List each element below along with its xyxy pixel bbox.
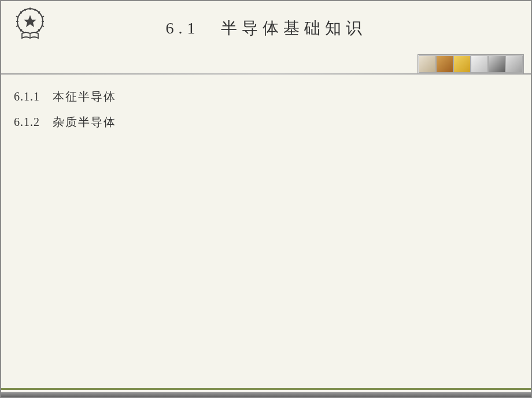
toc-number: 6.1.1 <box>14 90 40 103</box>
toc-entry: 6.1.2 杂质半导体 <box>14 110 116 133</box>
decorative-tile-icon <box>419 55 436 73</box>
slide-title: 6.1 半导体基础知识 <box>1 17 531 39</box>
toc-entry: 6.1.1 本征半导体 <box>14 85 116 108</box>
table-of-contents: 6.1.1 本征半导体 6.1.2 杂质半导体 <box>14 85 116 136</box>
footer-divider <box>1 388 531 390</box>
decorative-icon-strip <box>418 54 524 74</box>
header-divider <box>1 73 531 75</box>
decorative-tile-icon <box>488 55 505 73</box>
toc-number: 6.1.2 <box>14 116 40 128</box>
header: 6.1 半导体基础知识 <box>1 1 531 53</box>
decorative-tile-icon <box>436 55 453 73</box>
decorative-tile-icon <box>453 55 471 73</box>
decorative-tile-icon <box>505 55 523 73</box>
slide-container: 6.1 半导体基础知识 6.1.1 本征半导体 6.1.2 杂质半导体 <box>0 0 532 398</box>
toc-label: 杂质半导体 <box>53 116 116 128</box>
bottom-shadow <box>1 392 531 397</box>
toc-label: 本征半导体 <box>53 90 116 103</box>
decorative-tile-icon <box>471 55 488 73</box>
